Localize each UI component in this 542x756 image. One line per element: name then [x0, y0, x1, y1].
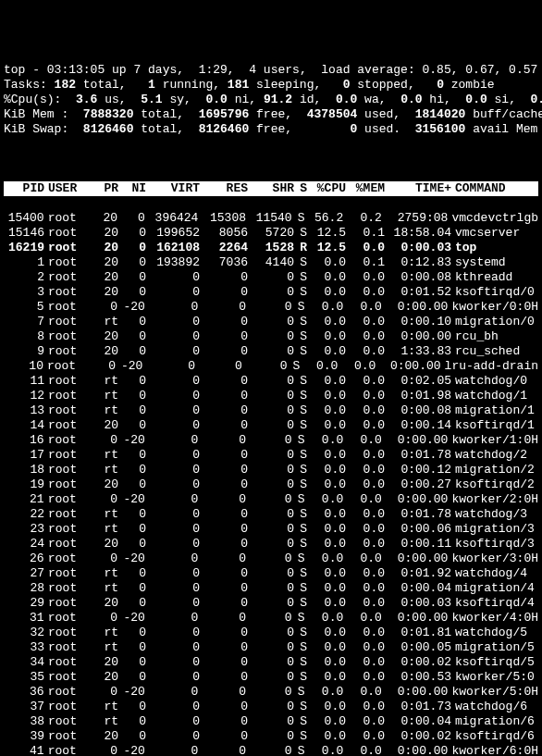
cell-virt: 0	[146, 389, 200, 403]
hdr-mem[interactable]: %MEM	[346, 181, 385, 196]
table-row[interactable]: 9root200000S0.00.01:33.83rcu_sched	[4, 344, 538, 359]
cell-cpu: 0.0	[300, 359, 338, 374]
table-row[interactable]: 37rootrt0000S0.00.00:01.73watchdog/6	[4, 700, 538, 714]
cell-pr: rt	[91, 389, 118, 403]
cell-virt: 0	[146, 448, 200, 463]
cell-shr: 0	[248, 537, 294, 552]
cell-s: S	[294, 285, 307, 300]
table-row[interactable]: 5root0-20000S0.00.00:00.00kworker/0:0H	[4, 300, 538, 315]
cell-res: 0	[198, 552, 246, 566]
cell-s: S	[294, 537, 307, 552]
cell-user: root	[44, 655, 91, 670]
cell-pr: rt	[91, 581, 118, 596]
table-row[interactable]: 27rootrt0000S0.00.00:01.92watchdog/4	[4, 566, 538, 581]
cell-cpu: 0.0	[307, 315, 346, 329]
hdr-res[interactable]: RES	[200, 181, 248, 196]
hdr-s[interactable]: S	[294, 181, 307, 196]
table-row[interactable]: 1root20019389270364140S0.00.10:12.83syst…	[4, 255, 538, 270]
hdr-virt[interactable]: VIRT	[146, 181, 200, 196]
cell-cpu: 0.0	[307, 640, 346, 655]
table-row[interactable]: 26root0-20000S0.00.00:00.00kworker/3:0H	[4, 552, 538, 566]
hdr-pid[interactable]: PID	[4, 181, 44, 196]
table-row[interactable]: 21root0-20000S0.00.00:00.00kworker/2:0H	[4, 492, 538, 507]
hdr-command[interactable]: COMMAND	[451, 181, 538, 196]
cell-user: root	[44, 566, 91, 581]
hdr-user[interactable]: USER	[44, 181, 91, 196]
cell-res: 0	[200, 596, 248, 611]
hdr-ni[interactable]: NI	[118, 181, 146, 196]
table-row[interactable]: 15400root2003964241530811540S56.20.22759…	[4, 211, 538, 226]
table-row[interactable]: 15146root20019965280565720S12.50.118:58.…	[4, 226, 538, 241]
table-row[interactable]: 11rootrt0000S0.00.00:02.05watchdog/0	[4, 374, 538, 389]
cell-pid: 29	[4, 596, 44, 611]
cell-pid: 39	[4, 729, 44, 744]
cell-cpu: 0.0	[307, 270, 346, 285]
table-row[interactable]: 12rootrt0000S0.00.00:01.98watchdog/1	[4, 389, 538, 403]
table-row[interactable]: 36root0-20000S0.00.00:00.00kworker/5:0H	[4, 685, 538, 700]
cell-ni: -20	[117, 492, 145, 507]
table-row[interactable]: 31root0-20000S0.00.00:00.00kworker/4:0H	[4, 611, 538, 626]
table-row[interactable]: 7rootrt0000S0.00.00:00.10migration/0	[4, 315, 538, 329]
table-row[interactable]: 28rootrt0000S0.00.00:00.04migration/4	[4, 581, 538, 596]
cell-shr: 0	[248, 315, 294, 329]
table-row[interactable]: 16219root20016210822641528R12.50.00:00.0…	[4, 241, 538, 255]
cell-cpu: 0.0	[307, 448, 346, 463]
cell-mem: 0.0	[346, 670, 385, 685]
table-row[interactable]: 17rootrt0000S0.00.00:01.78watchdog/2	[4, 448, 538, 463]
table-row[interactable]: 33rootrt0000S0.00.00:00.05migration/5	[4, 640, 538, 655]
cell-cmd: kworker/0:0H	[448, 300, 538, 315]
cell-cpu: 0.0	[307, 729, 346, 744]
table-row[interactable]: 34root200000S0.00.00:00.02ksoftirqd/5	[4, 655, 538, 670]
hdr-time[interactable]: TIME+	[385, 181, 451, 196]
cell-cpu: 0.0	[307, 626, 346, 640]
hdr-pr[interactable]: PR	[91, 181, 118, 196]
table-row[interactable]: 38rootrt0000S0.00.00:00.04migration/6	[4, 714, 538, 729]
cell-pr: 20	[91, 226, 118, 241]
cell-res: 0	[200, 700, 248, 714]
table-row[interactable]: 32rootrt0000S0.00.00:01.81watchdog/5	[4, 626, 538, 640]
hdr-shr[interactable]: SHR	[248, 181, 294, 196]
cell-cmd: migration/5	[451, 640, 538, 655]
cell-pid: 34	[4, 655, 44, 670]
cell-shr: 0	[246, 300, 292, 315]
hdr-cpu[interactable]: %CPU	[307, 181, 346, 196]
process-list[interactable]: 15400root2003964241530811540S56.20.22759…	[4, 211, 538, 756]
column-headers[interactable]: PIDUSERPRNIVIRTRESSHRS%CPU%MEMTIME+COMMA…	[4, 181, 538, 196]
spacer	[4, 152, 538, 167]
cell-pid: 16	[4, 433, 44, 448]
cell-mem: 0.0	[346, 714, 385, 729]
cell-virt: 0	[146, 374, 200, 389]
cell-user: root	[44, 744, 91, 756]
cell-s: S	[294, 640, 307, 655]
cell-mem: 0.0	[343, 552, 382, 566]
table-row[interactable]: 41root0-20000S0.00.00:00.00kworker/6:0H	[4, 744, 538, 756]
table-row[interactable]: 16root0-20000S0.00.00:00.00kworker/1:0H	[4, 433, 538, 448]
table-row[interactable]: 19root200000S0.00.00:00.27ksoftirqd/2	[4, 477, 538, 492]
table-row[interactable]: 35root200000S0.00.00:00.53kworker/5:0	[4, 670, 538, 685]
cell-pr: rt	[91, 507, 118, 522]
cell-s: S	[294, 255, 307, 270]
cell-cmd: kworker/2:0H	[448, 492, 538, 507]
table-row[interactable]: 23rootrt0000S0.00.00:00.06migration/3	[4, 522, 538, 537]
table-row[interactable]: 8root200000S0.00.00:00.00rcu_bh	[4, 329, 538, 344]
table-row[interactable]: 13rootrt0000S0.00.00:00.08migration/1	[4, 403, 538, 418]
cell-ni: 0	[118, 655, 146, 670]
cell-user: root	[44, 729, 91, 744]
table-row[interactable]: 22rootrt0000S0.00.00:01.78watchdog/3	[4, 507, 538, 522]
cell-cmd: vmcdevctrlgb	[448, 211, 538, 226]
cell-res: 0	[200, 477, 248, 492]
table-row[interactable]: 39root200000S0.00.00:00.02ksoftirqd/6	[4, 729, 538, 744]
table-row[interactable]: 24root200000S0.00.00:00.11ksoftirqd/3	[4, 537, 538, 552]
table-row[interactable]: 14root200000S0.00.00:00.14ksoftirqd/1	[4, 418, 538, 433]
cell-pr: 0	[89, 359, 116, 374]
cell-mem: 0.0	[343, 433, 382, 448]
table-row[interactable]: 10root0-20000S0.00.00:00.00lru-add-drain	[4, 359, 538, 374]
table-row[interactable]: 2root200000S0.00.00:00.08kthreadd	[4, 270, 538, 285]
swap-line: KiB Swap: 8126460 total, 8126460 free, 0…	[4, 122, 542, 136]
cell-cpu: 0.0	[305, 433, 344, 448]
cell-mem: 0.0	[346, 626, 385, 640]
table-row[interactable]: 29root200000S0.00.00:00.03ksoftirqd/4	[4, 596, 538, 611]
table-row[interactable]: 3root200000S0.00.00:01.52ksoftirqd/0	[4, 285, 538, 300]
cell-ni: 0	[118, 700, 146, 714]
table-row[interactable]: 18rootrt0000S0.00.00:00.12migration/2	[4, 463, 538, 477]
